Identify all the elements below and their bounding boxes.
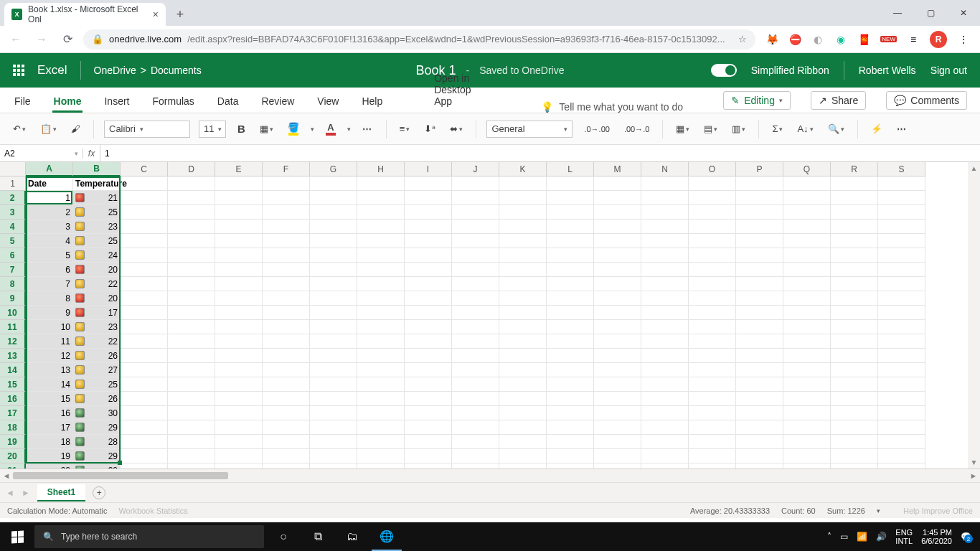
column-header[interactable]: F: [263, 162, 310, 176]
document-name[interactable]: Book 1: [415, 63, 456, 78]
cell[interactable]: 23: [73, 320, 121, 334]
cell[interactable]: [499, 220, 547, 234]
cell[interactable]: [878, 191, 925, 205]
cell[interactable]: 29: [73, 449, 121, 463]
cell[interactable]: [357, 176, 405, 191]
app-launcher-icon[interactable]: [13, 65, 24, 76]
cell[interactable]: [121, 420, 168, 435]
cell[interactable]: [641, 234, 689, 248]
cell[interactable]: [547, 220, 594, 234]
column-header[interactable]: J: [452, 162, 499, 176]
cell[interactable]: [783, 435, 831, 449]
cell-header[interactable]: Temperature: [73, 176, 121, 191]
breadcrumb-root[interactable]: OneDrive: [94, 65, 136, 76]
cell[interactable]: [783, 248, 831, 263]
cell[interactable]: [547, 291, 594, 306]
cell[interactable]: [168, 406, 215, 420]
cell[interactable]: [736, 176, 783, 191]
cell[interactable]: [499, 377, 547, 392]
cell[interactable]: [405, 363, 452, 377]
cell[interactable]: [215, 392, 263, 406]
cell[interactable]: [452, 377, 499, 392]
cell[interactable]: [405, 420, 452, 435]
cell[interactable]: [547, 363, 594, 377]
extension-icon[interactable]: 🦊: [765, 33, 778, 46]
row-header[interactable]: 13: [0, 349, 26, 363]
cell[interactable]: [499, 463, 547, 469]
cell[interactable]: [263, 191, 310, 205]
cell[interactable]: [263, 334, 310, 349]
cell[interactable]: 7: [26, 277, 73, 291]
status-menu-icon[interactable]: ▾: [877, 507, 880, 514]
taskbar-clock[interactable]: 1:45 PM6/6/2020: [921, 528, 952, 545]
vertical-scrollbar[interactable]: ▲ ▼: [968, 162, 980, 468]
cell[interactable]: [121, 435, 168, 449]
cell[interactable]: [452, 248, 499, 263]
cell[interactable]: [405, 205, 452, 220]
cell[interactable]: [689, 406, 736, 420]
cell[interactable]: [263, 220, 310, 234]
cell[interactable]: [831, 406, 878, 420]
cell[interactable]: [168, 320, 215, 334]
cell[interactable]: [878, 277, 925, 291]
cell[interactable]: [594, 191, 641, 205]
cell[interactable]: [405, 377, 452, 392]
cell[interactable]: [736, 377, 783, 392]
cell[interactable]: [121, 263, 168, 277]
cell[interactable]: [831, 363, 878, 377]
cell[interactable]: [499, 449, 547, 463]
cell[interactable]: [263, 291, 310, 306]
cell[interactable]: [831, 449, 878, 463]
cell[interactable]: [310, 220, 357, 234]
cell[interactable]: [499, 406, 547, 420]
cell[interactable]: [310, 377, 357, 392]
cell[interactable]: 17: [26, 420, 73, 435]
cell[interactable]: [736, 277, 783, 291]
cell[interactable]: [121, 191, 168, 205]
cell[interactable]: [263, 420, 310, 435]
cell[interactable]: [310, 349, 357, 363]
cell[interactable]: [736, 234, 783, 248]
chrome-menu-icon[interactable]: ⋮: [957, 33, 970, 46]
cell[interactable]: [831, 277, 878, 291]
cell[interactable]: [405, 248, 452, 263]
cell[interactable]: [215, 363, 263, 377]
cell[interactable]: [168, 435, 215, 449]
cell[interactable]: [168, 334, 215, 349]
cell[interactable]: [215, 377, 263, 392]
cell[interactable]: [405, 406, 452, 420]
cell[interactable]: [547, 205, 594, 220]
cell[interactable]: [594, 334, 641, 349]
cell[interactable]: [263, 234, 310, 248]
cell[interactable]: 20: [73, 291, 121, 306]
decrease-decimal-button[interactable]: .00→.0: [621, 123, 652, 135]
cell[interactable]: 19: [26, 449, 73, 463]
cell[interactable]: [594, 277, 641, 291]
row-header[interactable]: 9: [0, 291, 26, 306]
cell[interactable]: [689, 205, 736, 220]
volume-icon[interactable]: 🔊: [876, 532, 887, 542]
cell[interactable]: [168, 363, 215, 377]
reading-list-icon[interactable]: ≡: [907, 33, 920, 46]
cell[interactable]: [215, 205, 263, 220]
column-header[interactable]: O: [689, 162, 736, 176]
cell[interactable]: 30: [73, 406, 121, 420]
sign-out-link[interactable]: Sign out: [930, 65, 967, 76]
formula-input[interactable]: 1: [100, 149, 980, 159]
row-header[interactable]: 10: [0, 306, 26, 320]
cell[interactable]: [594, 248, 641, 263]
cell[interactable]: [547, 463, 594, 469]
tab-insert[interactable]: Insert: [103, 91, 131, 113]
cell[interactable]: [878, 291, 925, 306]
cell[interactable]: [641, 392, 689, 406]
row-header[interactable]: 5: [0, 234, 26, 248]
cell[interactable]: 23: [73, 220, 121, 234]
cell[interactable]: [121, 220, 168, 234]
cell[interactable]: 26: [73, 392, 121, 406]
name-box[interactable]: A2▾: [0, 149, 83, 159]
cell[interactable]: [357, 191, 405, 205]
reload-button[interactable]: ⟳: [57, 29, 77, 50]
cell[interactable]: [215, 191, 263, 205]
cell[interactable]: [168, 306, 215, 320]
cell[interactable]: [641, 377, 689, 392]
